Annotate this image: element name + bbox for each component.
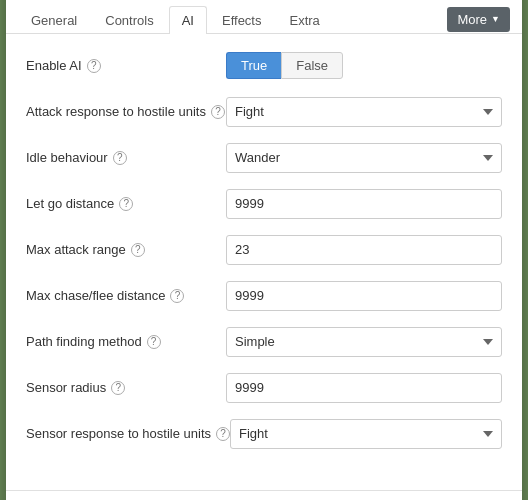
idle-behaviour-row: Idle behaviour ? Wander None Guard — [26, 142, 502, 174]
let-go-distance-input[interactable] — [226, 189, 502, 219]
max-attack-range-row: Max attack range ? — [26, 234, 502, 266]
path-finding-method-row: Path finding method ? Simple Advanced No… — [26, 326, 502, 358]
sensor-response-row: Sensor response to hostile units ? Fight… — [26, 418, 502, 450]
modal-footer: ✕ Delete 💾 Save Cancel — [6, 490, 522, 501]
enable-ai-row: Enable AI ? True False — [26, 50, 502, 82]
enable-ai-label: Enable AI ? — [26, 58, 226, 73]
max-attack-range-label: Max attack range ? — [26, 242, 226, 257]
sensor-response-help-icon[interactable]: ? — [216, 427, 230, 441]
attack-response-help-icon[interactable]: ? — [211, 105, 225, 119]
let-go-distance-label: Let go distance ? — [26, 196, 226, 211]
edit-bear-modal: Edit Bear × General Controls AI Effects … — [6, 0, 522, 500]
path-finding-method-label: Path finding method ? — [26, 334, 226, 349]
attack-response-label: Attack response to hostile units ? — [26, 104, 226, 119]
sensor-radius-label: Sensor radius ? — [26, 380, 226, 395]
max-attack-range-help-icon[interactable]: ? — [131, 243, 145, 257]
max-chase-distance-row: Max chase/flee distance ? — [26, 280, 502, 312]
sensor-radius-help-icon[interactable]: ? — [111, 381, 125, 395]
more-button[interactable]: More — [447, 7, 510, 32]
sensor-response-select[interactable]: Fight Flee None — [230, 419, 502, 449]
tab-controls[interactable]: Controls — [92, 6, 166, 34]
enable-ai-help-icon[interactable]: ? — [87, 59, 101, 73]
tabs-row: General Controls AI Effects Extra More — [6, 0, 522, 34]
let-go-distance-help-icon[interactable]: ? — [119, 197, 133, 211]
sensor-response-label: Sensor response to hostile units ? — [26, 426, 230, 441]
enable-ai-false-button[interactable]: False — [281, 52, 343, 79]
tab-extra[interactable]: Extra — [276, 6, 332, 34]
idle-behaviour-help-icon[interactable]: ? — [113, 151, 127, 165]
attack-response-row: Attack response to hostile units ? Fight… — [26, 96, 502, 128]
idle-behaviour-select[interactable]: Wander None Guard — [226, 143, 502, 173]
enable-ai-toggle: True False — [226, 52, 343, 79]
tab-effects[interactable]: Effects — [209, 6, 275, 34]
idle-behaviour-label: Idle behaviour ? — [26, 150, 226, 165]
max-chase-distance-help-icon[interactable]: ? — [170, 289, 184, 303]
path-finding-method-help-icon[interactable]: ? — [147, 335, 161, 349]
max-chase-distance-input[interactable] — [226, 281, 502, 311]
path-finding-method-select[interactable]: Simple Advanced None — [226, 327, 502, 357]
tab-ai[interactable]: AI — [169, 6, 207, 34]
tab-general[interactable]: General — [18, 6, 90, 34]
form-body: Enable AI ? True False Attack response t… — [6, 34, 522, 480]
sensor-radius-row: Sensor radius ? — [26, 372, 502, 404]
attack-response-select[interactable]: Fight Flee None — [226, 97, 502, 127]
let-go-distance-row: Let go distance ? — [26, 188, 502, 220]
max-chase-distance-label: Max chase/flee distance ? — [26, 288, 226, 303]
enable-ai-true-button[interactable]: True — [226, 52, 281, 79]
max-attack-range-input[interactable] — [226, 235, 502, 265]
sensor-radius-input[interactable] — [226, 373, 502, 403]
